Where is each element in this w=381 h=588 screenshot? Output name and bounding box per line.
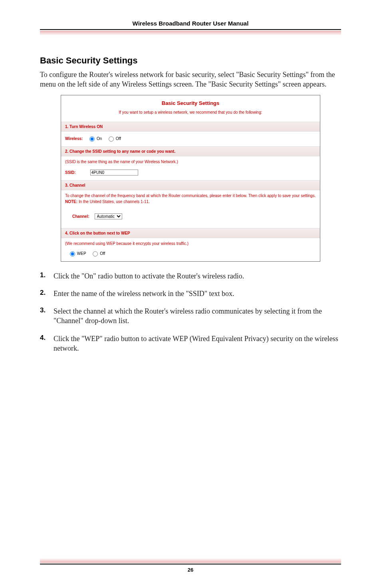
step-text-fragment: Enter the name of the wireless network i… [54,290,189,298]
step-text-fragment: Click the " [54,335,84,343]
wep-smallcaps: WEP [84,335,99,343]
wireless-label: Wireless: [65,136,83,141]
page-number: 26 [40,564,341,573]
list-item: 4. Click the "WEP" radio button to activ… [40,334,341,353]
channel-note-label: NOTE: [65,199,77,204]
content-area: Basic Security Settings To configure the… [0,39,381,353]
page-footer: 26 [40,558,341,573]
ssid-input[interactable] [90,170,138,176]
ss-row-wep: WEP Off [61,247,320,261]
wireless-off-label: Off [116,136,121,141]
header-accent [40,31,341,36]
step-text-fragment: " radio button to activate [99,335,173,343]
step-text: Click the "On" radio button to activate … [54,271,244,281]
list-item: 3. Select the channel at which the Route… [40,306,341,326]
wep-off-label: Off [100,251,105,256]
section-intro: To configure the Router's wireless netwo… [40,70,341,89]
ssid-smallcaps: SSID [189,290,204,298]
wep-note: (We recommend using WEP because it encry… [61,238,320,247]
wireless-on-radio[interactable] [89,136,95,142]
list-item: 2. Enter the name of the wireless networ… [40,289,341,298]
channel-label: Channel: [72,214,89,219]
ss-row-wireless: Wireless: On Off [61,132,320,146]
wep-smallcaps: WEP [173,335,188,343]
footer-accent [40,558,341,563]
step-number: 1. [40,271,54,279]
ss-row-ssid: SSID: [61,165,320,180]
channel-note-text: In the United States, use channels 1-11. [77,199,150,204]
step-text-fragment: " text box. [204,290,234,298]
step-text: Select the channel at which the Router's… [54,306,341,326]
wireless-on-label: On [97,136,102,141]
page-header: Wireless Broadband Router User Manual [0,0,381,39]
channel-desc: To change the channel of the frequency b… [61,190,320,199]
ss-header-2: 2. Change the SSID setting to any name o… [61,146,320,156]
step-number: 2. [40,289,54,297]
ssid-note: (SSID is the same thing as the name of y… [61,156,320,165]
section-title: Basic Security Settings [40,55,341,66]
step-number: 3. [40,306,54,314]
ss-row-channel: Channel: Automatic [61,209,320,228]
step-number: 4. [40,334,54,342]
wep-radio[interactable] [70,251,75,257]
wep-off-radio[interactable] [93,251,98,257]
instruction-list: 1. Click the "On" radio button to activa… [40,271,341,353]
wireless-off-radio[interactable] [109,136,114,142]
embedded-screenshot: Basic Security Settings If you want to s… [61,95,320,262]
header-rule [40,29,341,30]
channel-note: NOTE: In the United States, use channels… [61,199,320,209]
header-title: Wireless Broadband Router User Manual [40,20,341,29]
channel-select[interactable]: Automatic [95,213,122,219]
ss-header-3: 3. Channel [61,180,320,190]
screenshot-lead: If you want to setup a wireless network,… [61,109,320,122]
list-item: 1. Click the "On" radio button to activa… [40,271,341,281]
ss-header-1: 1. Turn Wireless ON [61,122,320,132]
screenshot-title: Basic Security Settings [61,95,320,109]
ssid-label: SSID: [65,170,89,175]
wep-label: WEP [77,251,86,256]
step-text: Click the "WEP" radio button to activate… [54,334,341,353]
step-text: Enter the name of the wireless network i… [54,289,234,298]
ss-header-4: 4. Click on the button next to WEP [61,228,320,238]
